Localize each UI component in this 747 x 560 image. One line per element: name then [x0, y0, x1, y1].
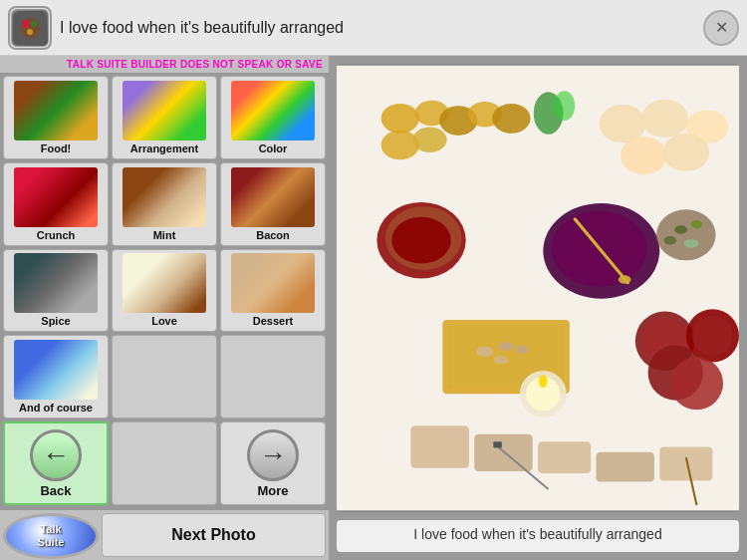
svg-point-34	[476, 346, 493, 357]
crunch-label: Crunch	[37, 229, 76, 241]
svg-point-16	[621, 137, 667, 174]
spice-image	[14, 253, 98, 313]
food-photo	[337, 64, 739, 512]
bacon-label: Bacon	[256, 229, 290, 241]
page-title: I love food when it's beautifully arrang…	[60, 19, 695, 37]
dessert-label: Dessert	[253, 315, 293, 327]
next-photo-label: Next Photo	[171, 526, 255, 544]
arrangement-image	[123, 81, 206, 140]
svg-point-26	[619, 275, 631, 284]
close-button[interactable]: ✕	[703, 10, 739, 46]
grid-area: Food! Arrangement Color Crunch Mint B	[0, 73, 329, 508]
grid-cell-mint[interactable]: Mint	[112, 162, 217, 246]
photo-caption: I love food when it's beautifully arrang…	[337, 520, 739, 552]
app-icon	[11, 9, 49, 47]
grid-cell-love[interactable]: Love	[112, 249, 217, 333]
food-label: Food!	[41, 142, 72, 154]
svg-rect-50	[596, 452, 653, 482]
grid-cell-dessert[interactable]: Dessert	[220, 249, 326, 333]
food-image	[14, 81, 98, 140]
bottom-row: TalkSuite Next Photo	[0, 508, 329, 560]
more-arrow-circle: →	[247, 429, 299, 481]
more-button[interactable]: → More	[220, 421, 326, 505]
svg-point-30	[664, 236, 677, 245]
talk-suite-banner: TALK SUITE BUILDER DOES NOT SPEAK OR SAV…	[0, 56, 329, 73]
top-bar: I love food when it's beautifully arrang…	[0, 0, 747, 56]
svg-point-43	[670, 357, 723, 410]
grid-cell-arrangement[interactable]: Arrangement	[112, 76, 217, 159]
more-label: More	[257, 483, 288, 498]
grid-cell-crunch[interactable]: Crunch	[3, 162, 109, 246]
svg-point-22	[391, 217, 451, 264]
arrangement-label: Arrangement	[130, 142, 198, 154]
svg-point-6	[381, 104, 419, 134]
main-area: TALK SUITE BUILDER DOES NOT SPEAK OR SAV…	[0, 56, 747, 560]
svg-point-11	[381, 131, 419, 160]
dessert-image	[231, 253, 315, 313]
svg-point-29	[691, 220, 702, 229]
svg-point-10	[492, 104, 530, 134]
color-label: Color	[259, 142, 288, 154]
svg-point-27	[656, 209, 716, 260]
andofcourse-label: And of course	[19, 402, 93, 414]
talk-suite-button[interactable]: TalkSuite	[3, 513, 99, 559]
home-button[interactable]	[8, 6, 52, 50]
svg-point-14	[641, 100, 688, 138]
spice-label: Spice	[41, 315, 70, 327]
back-arrow-icon: ←	[42, 439, 70, 471]
nav-empty	[112, 421, 217, 505]
back-label: Back	[40, 483, 71, 498]
crunch-image	[14, 167, 98, 227]
charcuterie-svg	[337, 64, 739, 512]
left-panel: TALK SUITE BUILDER DOES NOT SPEAK OR SAV…	[0, 56, 329, 560]
svg-rect-53	[493, 441, 502, 447]
svg-point-19	[554, 91, 575, 121]
mint-label: Mint	[153, 229, 176, 241]
love-label: Love	[151, 315, 177, 327]
grid-cell-empty-1	[112, 335, 217, 419]
svg-point-2	[22, 20, 30, 28]
talk-suite-label: TalkSuite	[38, 523, 65, 549]
svg-point-31	[684, 239, 699, 248]
love-image	[123, 253, 206, 313]
svg-point-3	[31, 21, 37, 27]
grid-cell-food[interactable]: Food!	[3, 76, 109, 159]
color-image	[231, 81, 315, 140]
bacon-image	[231, 167, 315, 227]
grid-cell-color[interactable]: Color	[220, 76, 326, 159]
svg-point-17	[662, 134, 709, 171]
svg-point-37	[516, 345, 529, 354]
svg-point-41	[692, 316, 732, 356]
svg-point-28	[674, 225, 687, 234]
back-arrow-circle: ←	[30, 429, 82, 481]
svg-point-46	[539, 375, 548, 388]
close-icon: ✕	[715, 18, 728, 37]
svg-point-36	[493, 356, 508, 365]
svg-point-12	[413, 127, 447, 152]
grid-cell-spice[interactable]: Spice	[3, 249, 109, 333]
svg-rect-47	[410, 425, 468, 468]
grid-cell-and-of-course[interactable]: And of course	[3, 335, 109, 419]
svg-point-35	[499, 342, 514, 351]
svg-point-4	[27, 29, 33, 35]
andofcourse-image	[14, 340, 98, 400]
grid-cell-empty-2	[220, 335, 326, 419]
right-panel: I love food when it's beautifully arrang…	[329, 56, 747, 560]
grid-cell-bacon[interactable]: Bacon	[220, 162, 326, 246]
more-arrow-icon: →	[259, 439, 287, 471]
svg-rect-51	[659, 446, 712, 480]
mint-image	[123, 167, 206, 227]
svg-rect-49	[538, 441, 591, 473]
back-button[interactable]: ← Back	[3, 421, 109, 505]
next-photo-button[interactable]: Next Photo	[102, 513, 326, 557]
